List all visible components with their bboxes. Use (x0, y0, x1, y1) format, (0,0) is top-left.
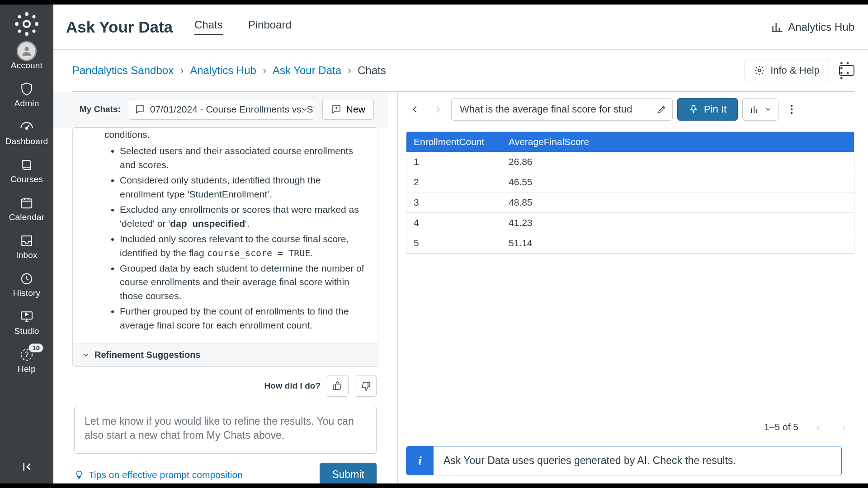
submit-button[interactable]: Submit (320, 463, 377, 483)
svg-rect-11 (22, 199, 32, 208)
book-icon (20, 157, 33, 173)
table-cell: 4 (406, 213, 501, 233)
prompt-input[interactable]: Let me know if you would like to refine … (74, 406, 377, 454)
pagination: 1–5 of 5 ‹ › (406, 412, 854, 437)
gear-icon (754, 65, 765, 76)
table-cell: 5 (406, 233, 501, 253)
svg-point-2 (15, 22, 19, 26)
analysis-explanation: conditions. Selected users and their ass… (73, 128, 378, 343)
sidebar-item-inbox[interactable]: Inbox (0, 227, 53, 265)
inbox-icon (19, 233, 34, 249)
kebab-icon (790, 104, 793, 115)
crumb-current: Chats (358, 64, 386, 77)
analysis-bullet: Further grouped by the count of enrollme… (120, 305, 364, 332)
svg-point-10 (26, 127, 28, 129)
pager-next[interactable]: › (838, 419, 850, 435)
pin-icon (689, 104, 698, 114)
crumb-ask[interactable]: Ask Your Data (273, 64, 341, 77)
table-row: 551.14 (406, 233, 854, 253)
visualization-dropdown[interactable] (742, 98, 778, 121)
keyboard-icon[interactable]: ● ● ●● ● ● (839, 65, 854, 76)
tips-link[interactable]: Tips on effective prompt composition (74, 469, 243, 480)
svg-text:?: ? (25, 351, 29, 358)
breadcrumb: Pandalytics Sandbox› Analytics Hub› Ask … (72, 64, 386, 77)
calendar-icon (20, 195, 33, 211)
top-tabs: Chats Pinboard (194, 19, 292, 35)
info-icon: i (406, 446, 434, 475)
tab-chats[interactable]: Chats (194, 19, 223, 35)
query-input[interactable]: What is the average final score for stud (451, 98, 673, 121)
thumbs-up-button[interactable] (327, 375, 349, 397)
sidebar-item-dashboard[interactable]: Dashboard (0, 113, 53, 151)
top-right-link[interactable]: Analytics Hub (771, 21, 854, 33)
results-table: EnrollmentCountAverageFinalScore 126.862… (406, 131, 854, 254)
page-title: Ask Your Data (66, 18, 173, 36)
thumbs-down-icon (360, 380, 371, 391)
tab-pinboard[interactable]: Pinboard (248, 19, 292, 35)
chat-selector[interactable]: 07/01/2024 - Course Enrollments vs. Stu (129, 99, 314, 120)
svg-rect-13 (21, 312, 32, 319)
sidebar-item-calendar[interactable]: Calendar (0, 189, 53, 227)
info-help-button[interactable]: Info & Help (745, 60, 829, 81)
monitor-icon (19, 309, 34, 324)
analysis-bullet: Selected users and their associated cour… (120, 144, 364, 172)
sidebar-item-label: Account (11, 61, 42, 70)
new-chat-button[interactable]: New (322, 99, 374, 120)
column-header[interactable]: AverageFinalScore (501, 132, 854, 152)
crumb-hub[interactable]: Analytics Hub (190, 64, 256, 77)
app-logo[interactable] (14, 11, 40, 37)
prev-query-button[interactable] (406, 100, 424, 118)
top-bar: Ask Your Data Chats Pinboard Analytics H… (53, 5, 868, 50)
avatar-icon (17, 41, 37, 61)
svg-point-7 (33, 30, 36, 33)
thumbs-down-button[interactable] (355, 375, 377, 397)
table-cell: 1 (406, 152, 501, 172)
my-chats-row: My Chats: 07/01/2024 - Course Enrollment… (53, 92, 388, 127)
pager-prev[interactable]: ‹ (812, 419, 824, 435)
column-header[interactable]: EnrollmentCount (406, 132, 501, 152)
svg-point-8 (24, 21, 30, 27)
sidebar-item-account[interactable]: Account (0, 37, 53, 75)
crumb-sandbox[interactable]: Pandalytics Sandbox (72, 64, 174, 77)
table-cell: 48.85 (501, 192, 854, 213)
svg-point-19 (791, 112, 793, 114)
table-cell: 2 (406, 172, 501, 192)
table-cell: 26.86 (501, 152, 854, 172)
sidebar-item-history[interactable]: History (0, 265, 53, 303)
more-options-button[interactable] (785, 98, 798, 121)
analysis-bullet: Considered only students, identified thr… (120, 174, 364, 201)
sidebar-item-label: Calendar (9, 212, 45, 222)
table-cell: 51.14 (501, 233, 854, 253)
sidebar-item-label: Help (18, 364, 36, 374)
help-badge: 10 (28, 343, 43, 352)
chat-bubble-icon (135, 104, 146, 115)
sidebar-item-label: History (13, 288, 41, 298)
sidebar-item-courses[interactable]: Courses (0, 151, 53, 189)
global-nav: Account Admin Dashboard Courses Calendar… (0, 5, 53, 483)
pin-it-button[interactable]: Pin It (677, 98, 738, 121)
table-cell: 41.23 (501, 213, 854, 233)
sidebar-item-label: Admin (14, 99, 39, 108)
chevron-down-icon (300, 105, 308, 113)
sidebar-item-help[interactable]: 10 ? Help (0, 341, 53, 379)
sidebar-item-admin[interactable]: Admin (0, 75, 53, 113)
collapse-nav-button[interactable] (0, 452, 53, 483)
svg-point-3 (35, 22, 38, 26)
next-query-button[interactable] (429, 100, 447, 118)
sidebar-item-studio[interactable]: Studio (0, 303, 53, 341)
chevron-down-icon (764, 106, 772, 113)
table-row: 441.23 (406, 213, 854, 233)
sidebar-item-label: Studio (14, 326, 39, 336)
my-chats-label: My Chats: (80, 104, 121, 114)
bar-chart-icon (749, 104, 760, 115)
shield-icon (19, 81, 34, 97)
new-chat-icon (331, 104, 342, 115)
feedback-prompt: How did I do? (264, 381, 321, 391)
gauge-icon (19, 119, 34, 135)
chevron-down-icon (82, 351, 90, 359)
analysis-bullet: Excluded any enrollments or scores that … (120, 203, 364, 230)
refinement-toggle[interactable]: Refinement Suggestions (73, 343, 378, 366)
svg-point-1 (25, 32, 28, 36)
lightbulb-icon (74, 470, 84, 480)
svg-point-6 (18, 30, 21, 33)
